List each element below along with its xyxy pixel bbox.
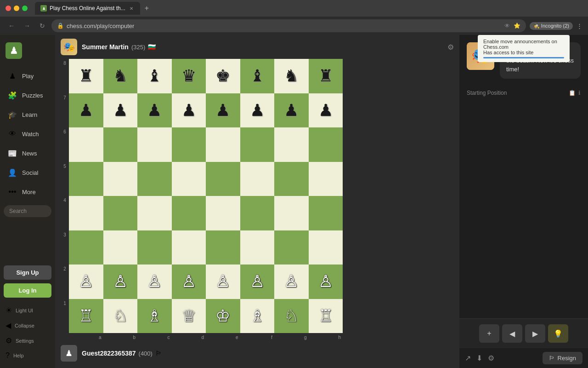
board-cell[interactable] (309, 230, 343, 265)
board-cell[interactable] (137, 230, 172, 265)
chess-piece[interactable]: ♟ (284, 102, 299, 119)
download-icon[interactable]: ⬇ (476, 354, 482, 362)
maximize-window-button[interactable] (22, 6, 28, 11)
board-cell[interactable]: ♟ (309, 93, 343, 128)
board-cell[interactable]: ♟ (172, 93, 206, 128)
chess-piece[interactable]: ♙ (318, 273, 333, 290)
board-cell[interactable]: ♙ (137, 264, 172, 299)
active-tab[interactable]: ♟ Play Chess Online Against th... ✕ (35, 2, 140, 15)
chess-piece[interactable]: ♟ (181, 102, 196, 119)
chess-piece[interactable]: ♟ (250, 102, 265, 119)
board-cell[interactable] (240, 127, 275, 162)
board-cell[interactable] (309, 196, 343, 230)
board-cell[interactable]: ♖ (69, 299, 103, 334)
chess-piece[interactable]: ♟ (79, 102, 93, 119)
chess-piece[interactable]: ♘ (113, 308, 128, 324)
board-cell[interactable] (137, 127, 172, 162)
chess-piece[interactable]: ♝ (250, 68, 265, 84)
sidebar-item-puzzles[interactable]: 🧩 Puzzles (2, 86, 53, 105)
chess-piece[interactable]: ♝ (147, 68, 162, 84)
chess-piece[interactable]: ♟ (147, 102, 162, 119)
chess-piece[interactable]: ♗ (147, 308, 162, 324)
sidebar-item-watch[interactable]: 👁 Watch (2, 124, 53, 144)
board-cell[interactable]: ♞ (274, 59, 309, 93)
board-cell[interactable] (103, 162, 138, 196)
board-cell[interactable]: ♜ (69, 59, 103, 93)
board-cell[interactable] (172, 162, 206, 196)
chess-piece[interactable]: ♙ (113, 273, 128, 290)
chess-piece[interactable]: ♟ (113, 102, 128, 119)
board-cell[interactable] (103, 230, 138, 265)
board-cell[interactable] (69, 162, 103, 196)
forward-button[interactable]: → (21, 20, 33, 31)
board-cell[interactable]: ♞ (103, 59, 138, 93)
sidebar-item-more[interactable]: ••• More (2, 182, 53, 201)
board-cell[interactable] (240, 162, 275, 196)
resign-button[interactable]: 🏳 Resign (543, 352, 582, 364)
board-cell[interactable] (309, 162, 343, 196)
board-cell[interactable]: ♙ (274, 264, 309, 299)
reload-button[interactable]: ↻ (37, 20, 48, 31)
new-tab-button[interactable]: + (142, 3, 152, 13)
minimize-window-button[interactable] (14, 6, 19, 11)
board-cell[interactable]: ♝ (137, 59, 172, 93)
board-cell[interactable] (206, 196, 240, 230)
log-in-button[interactable]: Log In (4, 283, 51, 298)
chess-piece[interactable]: ♗ (250, 308, 265, 324)
chess-piece[interactable]: ♛ (181, 68, 196, 84)
board-cell[interactable] (206, 230, 240, 265)
board-cell[interactable]: ♟ (274, 93, 309, 128)
board-cell[interactable]: ♝ (240, 59, 275, 93)
board-cell[interactable]: ♙ (206, 264, 240, 299)
light-ui-toggle[interactable]: ☀ Light UI (0, 303, 55, 317)
board-cell[interactable]: ♗ (137, 299, 172, 334)
chess-piece[interactable]: ♙ (284, 273, 299, 290)
board-cell[interactable] (172, 196, 206, 230)
board-cell[interactable]: ♚ (206, 59, 240, 93)
chess-piece[interactable]: ♖ (79, 308, 93, 324)
chess-piece[interactable]: ♟ (318, 102, 333, 119)
game-settings-action-icon[interactable]: ⚙ (488, 354, 494, 362)
board-cell[interactable]: ♙ (69, 264, 103, 299)
board-cell[interactable] (274, 162, 309, 196)
back-button[interactable]: ← (6, 20, 17, 31)
chess-piece[interactable]: ♚ (215, 68, 230, 84)
chess-piece[interactable]: ♜ (79, 68, 93, 84)
board-cell[interactable] (103, 127, 138, 162)
board-cell[interactable] (137, 196, 172, 230)
board-cell[interactable]: ♙ (240, 264, 275, 299)
close-window-button[interactable] (6, 6, 11, 11)
board-cell[interactable] (172, 230, 206, 265)
chess-piece[interactable]: ♙ (181, 273, 196, 290)
collapse-button[interactable]: ◀ Collapse (0, 318, 55, 333)
hint-button[interactable]: 💡 (548, 324, 568, 343)
chess-piece[interactable]: ♙ (215, 273, 230, 290)
next-move-button[interactable]: ▶ (525, 324, 545, 343)
sign-up-button[interactable]: Sign Up (4, 265, 51, 280)
chess-piece[interactable]: ♙ (250, 273, 265, 290)
board-cell[interactable]: ♘ (274, 299, 309, 334)
sidebar-item-play[interactable]: ♟ Play (2, 66, 53, 86)
share-icon[interactable]: ↗ (465, 354, 471, 362)
board-cell[interactable]: ♟ (69, 93, 103, 128)
board-cell[interactable]: ♘ (103, 299, 138, 334)
chess-piece[interactable]: ♔ (215, 308, 230, 324)
board-cell[interactable]: ♗ (240, 299, 275, 334)
chess-piece[interactable]: ♜ (318, 68, 333, 84)
add-move-button[interactable]: + (479, 324, 499, 343)
board-cell[interactable]: ♙ (309, 264, 343, 299)
board-cell[interactable] (69, 230, 103, 265)
search-input[interactable] (4, 205, 51, 217)
board-cell[interactable]: ♖ (309, 299, 343, 334)
url-bar[interactable]: 🔒 chess.com/play/computer 👁 ⭐ (51, 19, 526, 32)
chess-piece[interactable]: ♘ (284, 308, 299, 324)
board-cell[interactable] (137, 162, 172, 196)
chess-piece[interactable]: ♙ (147, 273, 162, 290)
board-cell[interactable]: ♙ (103, 264, 138, 299)
board-cell[interactable] (309, 127, 343, 162)
sidebar-item-social[interactable]: 👤 Social (2, 163, 53, 182)
board-cell[interactable] (69, 196, 103, 230)
board-cell[interactable]: ♕ (172, 299, 206, 334)
game-settings-icon[interactable]: ⚙ (447, 43, 454, 52)
board-cell[interactable] (240, 196, 275, 230)
